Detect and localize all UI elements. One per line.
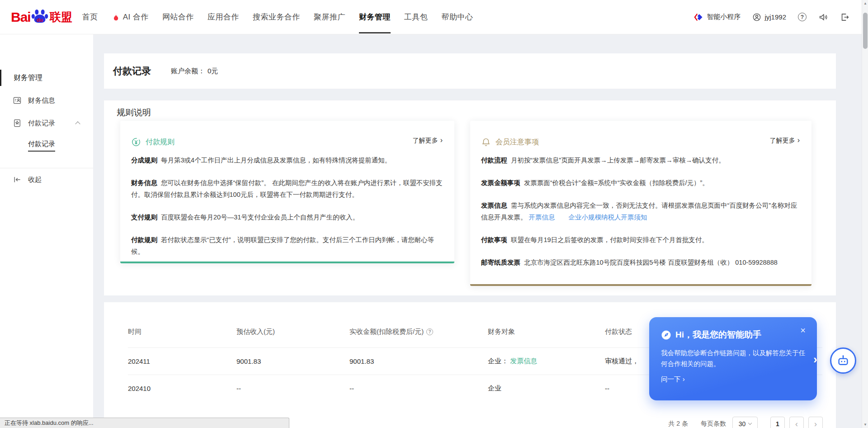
- assistant-float-button[interactable]: [830, 347, 856, 374]
- finance-info-icon: [13, 96, 22, 105]
- member-notices-header: 会员注意事项: [481, 137, 802, 147]
- logout-icon[interactable]: [840, 12, 850, 22]
- miniapp-icon: [693, 12, 703, 22]
- prev-page-button[interactable]: [789, 417, 804, 428]
- per-page-select[interactable]: 30: [732, 417, 758, 428]
- nav-item-screen-promo[interactable]: 聚屏推广: [314, 0, 345, 34]
- balance-label: 账户余额：: [171, 67, 205, 75]
- invoice-info-link[interactable]: 开票信息: [529, 214, 555, 221]
- page-header-card: 付款记录 账户余额：0元: [104, 53, 836, 89]
- column-header-finance-target: 财务对象: [488, 328, 605, 336]
- member-notices-body: 付款流程月初按“发票信息”页面开具发票→上传发票→邮寄发票→审核→确认支付。 发…: [481, 154, 802, 268]
- rule-paragraph: 财务信息您可以在财务信息中选择“保留付款”。 在此期间您产生的收入将在账户内进行…: [131, 177, 445, 200]
- small-taxpayer-notice-link[interactable]: 企业小规模纳税人开票须知: [569, 214, 647, 221]
- browser-status-bar: 正在等待 xlab.baidu.com 的响应...: [0, 418, 289, 428]
- logo-text-bai: Bai: [11, 10, 31, 25]
- column-header-actual: 实收金额(扣除税费后/元): [349, 328, 488, 336]
- nav-right-tools: 智能小程序 jyj1992: [693, 12, 850, 22]
- user-account[interactable]: jyj1992: [752, 13, 786, 22]
- compass-icon: [661, 330, 671, 340]
- baidu-paw-icon: du: [31, 8, 48, 26]
- per-page-label: 每页条数: [701, 420, 726, 428]
- status-text: 正在等待 xlab.baidu.com 的响应...: [5, 419, 94, 427]
- rule-paragraph: 付款流程月初按“发票信息”页面开具发票→上传发票→邮寄发票→审核→确认支付。: [481, 154, 802, 166]
- rule-paragraph: 付款事项联盟在每月19日之后签收的发票，付款时间安排在下个月首批支付。: [481, 234, 802, 246]
- nav-item-app[interactable]: 应用合作: [208, 0, 239, 34]
- account-balance: 账户余额：0元: [171, 67, 218, 76]
- chevron-up-icon[interactable]: [75, 121, 80, 126]
- scrollbar-thumb[interactable]: [863, 13, 868, 49]
- nav-item-website[interactable]: 网站合作: [162, 0, 194, 34]
- nav-item-home[interactable]: 首页: [82, 0, 98, 34]
- close-icon[interactable]: [798, 325, 808, 335]
- nav-item-help-center[interactable]: 帮助中心: [441, 0, 473, 34]
- sidebar-collapse-button[interactable]: 收起: [0, 168, 93, 191]
- assistant-title: Hi，我是您的智能助手: [675, 329, 761, 341]
- active-section-indicator: [0, 70, 1, 86]
- assistant-message: 我会帮助您诊断合作链路问题，以及解答您关于任何合作相关的问题。: [661, 347, 807, 369]
- learn-more-link-member-notices[interactable]: 了解更多: [770, 136, 800, 145]
- scrollbar-down-arrow[interactable]: ▼: [862, 421, 868, 428]
- logo-text-union: 联盟: [50, 10, 72, 24]
- nav-item-ai[interactable]: AI 合作: [112, 0, 149, 34]
- top-navigation: Bai du 联盟 首页 AI 合作 网站合作 应用合作 搜索业务合作 聚屏推广…: [0, 0, 868, 34]
- assistant-title-row: Hi，我是您的智能助手: [661, 329, 805, 341]
- sidebar: 财务管理 财务信息 付款记录 付款记录: [0, 34, 93, 428]
- rule-paragraph: 邮寄纸质发票北京市海淀区西北旺东路10号院百度科技园5号楼 百度联盟财务组（收）…: [481, 257, 802, 268]
- pagination: 共 2 条 每页条数 30 1: [668, 417, 823, 428]
- coin-icon: [131, 137, 141, 147]
- sidebar-item-finance-info[interactable]: 财务信息: [0, 89, 93, 112]
- total-count: 共 2 条: [668, 420, 688, 428]
- ask-now-link[interactable]: 问一下: [661, 375, 805, 384]
- page-number-button[interactable]: 1: [770, 417, 785, 428]
- vertical-scrollbar[interactable]: ▲ ▼: [862, 0, 868, 428]
- sidebar-section-finance: 财务管理: [0, 67, 93, 89]
- sidebar-item-payment-records[interactable]: 付款记录: [0, 112, 93, 134]
- popup-arrow-icon: [813, 352, 817, 366]
- help-icon[interactable]: [798, 13, 807, 21]
- balance-value: 0元: [208, 67, 218, 75]
- payment-rules-panel: 付款规则 了解更多 分成规则每月第3或4个工作日产出上月分成信息及发票信息，如有…: [120, 121, 454, 263]
- cell-actual: --: [349, 385, 488, 392]
- page-title: 付款记录: [113, 65, 151, 77]
- learn-more-link-payment-rules[interactable]: 了解更多: [413, 136, 443, 145]
- cell-finance-target: 企业： 发票信息: [488, 357, 605, 366]
- nav-item-finance[interactable]: 财务管理: [359, 0, 391, 34]
- payment-record-icon: [13, 119, 22, 128]
- column-header-estimated: 预估收入(元): [236, 328, 349, 336]
- main-menu: 首页 AI 合作 网站合作 应用合作 搜索业务合作 聚屏推广 财务管理 工具包 …: [82, 0, 473, 34]
- baidu-union-logo[interactable]: Bai du 联盟: [11, 8, 72, 26]
- cell-estimated: --: [236, 385, 349, 392]
- chevron-down-icon: [748, 421, 752, 425]
- info-icon[interactable]: [426, 328, 433, 335]
- logo-text-du: du: [37, 17, 43, 22]
- nav-item-search-biz[interactable]: 搜索业务合作: [253, 0, 300, 34]
- member-notices-panel: 会员注意事项 了解更多 付款流程月初按“发票信息”页面开具发票→上传发票→邮寄发…: [470, 121, 811, 286]
- column-header-time: 时间: [128, 328, 236, 336]
- payment-rules-header: 付款规则: [131, 137, 445, 147]
- rule-paragraph: 付款规则若付款状态显示“已支付”，说明联盟已安排了您的付款。支付后三个工作日内到…: [131, 234, 445, 257]
- sound-icon[interactable]: [818, 12, 828, 22]
- rule-paragraph: 支付规则百度联盟会在每月20号—31号支付企业会员上个自然月产生的收入。: [131, 211, 445, 223]
- payment-rules-body: 分成规则每月第3或4个工作日产出上月分成信息及发票信息，如有特殊情况将提前通知。…: [131, 154, 445, 257]
- rules-card: 规则说明 付款规则 了解更多 分成规则每月第3或4个工作日产出上月分成信息及发票…: [104, 100, 836, 295]
- flame-icon: [112, 13, 121, 22]
- scrollbar-up-arrow[interactable]: ▲: [862, 0, 868, 7]
- next-page-button[interactable]: [808, 417, 823, 428]
- sidebar-subitem-payment-records[interactable]: 付款记录: [0, 134, 93, 157]
- collapse-icon: [13, 175, 22, 184]
- cell-actual: 9001.83: [349, 357, 488, 365]
- robot-icon: [836, 354, 850, 367]
- rules-title: 规则说明: [117, 107, 836, 119]
- rule-paragraph: 发票信息需与系统内发票信息内容完全一致，否则无法支付。请根据发票信息页面中“百度…: [481, 200, 802, 223]
- smart-miniapp-entry[interactable]: 智能小程序: [693, 12, 741, 22]
- rule-paragraph: 分成规则每月第3或4个工作日产出上月分成信息及发票信息，如有特殊情况将提前通知。: [131, 154, 445, 166]
- cell-estimated: 9001.83: [236, 357, 349, 365]
- cell-time: 202410: [128, 385, 236, 392]
- user-icon: [752, 13, 761, 22]
- invoice-info-table-link[interactable]: 发票信息: [510, 357, 537, 365]
- assistant-popup: Hi，我是您的智能助手 我会帮助您诊断合作链路问题，以及解答您关于任何合作相关的…: [649, 317, 817, 400]
- rule-paragraph: 发票金额事项发票票面“价税合计”金额=系统中“实收金额（扣除税费后/元）”。: [481, 177, 802, 189]
- cell-finance-target: 企业: [488, 384, 605, 393]
- nav-item-toolkit[interactable]: 工具包: [404, 0, 428, 34]
